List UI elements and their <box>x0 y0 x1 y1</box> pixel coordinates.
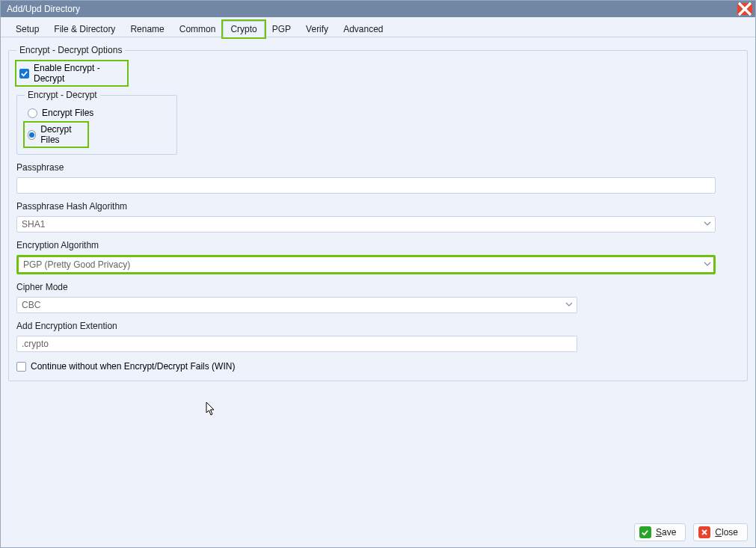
passphrase-input[interactable] <box>16 177 716 194</box>
encrypt-decrypt-radio-group: Encrypt - Decrypt Encrypt Files Decrypt … <box>16 90 177 155</box>
encryption-algo-select-wrap[interactable]: PGP (Pretty Good Privacy) <box>16 255 716 274</box>
dialog-window: Add/Upd Directory Setup File & Directory… <box>0 0 756 548</box>
tab-common[interactable]: Common <box>172 21 224 37</box>
dialog-footer: Save Close <box>1 517 755 547</box>
encrypt-decrypt-options-group: Encrypt - Decrypt Options Enable Encrypt… <box>8 45 748 381</box>
cipher-mode-select[interactable]: CBC <box>16 297 577 313</box>
encryption-algo-select[interactable]: PGP (Pretty Good Privacy) <box>16 255 716 274</box>
content-area: Encrypt - Decrypt Options Enable Encrypt… <box>1 37 755 517</box>
tab-advanced[interactable]: Advanced <box>336 21 390 37</box>
tab-verify[interactable]: Verify <box>298 21 336 37</box>
tabstrip: Setup File & Directory Rename Common Cry… <box>1 17 755 37</box>
tab-crypto[interactable]: Crypto <box>223 21 264 37</box>
continue-on-fail-row[interactable]: Continue without when Encrypt/Decrypt Fa… <box>16 360 740 373</box>
close-button-label: Close <box>715 527 738 538</box>
hash-algo-select[interactable]: SHA1 <box>16 216 716 233</box>
group-title: Encrypt - Decrypt Options <box>16 45 125 55</box>
enable-encrypt-decrypt-checkbox[interactable] <box>19 69 29 78</box>
extension-label: Add Encryption Extention <box>16 321 740 331</box>
enable-encrypt-decrypt-row[interactable]: Enable Encrypt - Decrypt <box>16 61 127 85</box>
passphrase-label: Passphrase <box>16 162 740 173</box>
check-icon <box>639 526 651 538</box>
decrypt-files-radio[interactable] <box>28 130 36 140</box>
tab-setup[interactable]: Setup <box>8 21 46 37</box>
encryption-algo-value: PGP (Pretty Good Privacy) <box>23 259 130 270</box>
tab-file-directory[interactable]: File & Directory <box>46 21 123 37</box>
radio-group-title: Encrypt - Decrypt <box>25 90 100 100</box>
cipher-mode-label: Cipher Mode <box>16 282 740 292</box>
close-icon <box>698 526 710 538</box>
encrypt-files-label: Encrypt Files <box>42 108 93 118</box>
tab-pgp[interactable]: PGP <box>265 21 298 37</box>
tab-rename[interactable]: Rename <box>123 21 171 37</box>
hash-algo-value: SHA1 <box>22 219 45 230</box>
encrypt-files-radio[interactable] <box>28 108 37 118</box>
cipher-mode-value: CBC <box>22 300 40 310</box>
save-button[interactable]: Save <box>634 523 686 541</box>
continue-on-fail-checkbox[interactable] <box>16 362 26 372</box>
save-button-label: Save <box>656 527 676 538</box>
window-close-button[interactable] <box>737 3 752 15</box>
decrypt-files-label: Decrypt Files <box>40 124 84 145</box>
encrypt-files-row[interactable]: Encrypt Files <box>25 106 169 120</box>
cursor-icon <box>206 401 218 416</box>
hash-algo-label: Passphrase Hash Algorithm <box>16 201 740 212</box>
hash-algo-select-wrap[interactable]: SHA1 <box>16 216 716 233</box>
decrypt-files-row[interactable]: Decrypt Files <box>25 123 87 147</box>
extension-input[interactable] <box>16 336 577 352</box>
cipher-mode-select-wrap[interactable]: CBC <box>16 297 577 313</box>
close-button[interactable]: Close <box>693 523 748 541</box>
encryption-algo-label: Encryption Algorithm <box>16 240 740 250</box>
continue-on-fail-label: Continue without when Encrypt/Decrypt Fa… <box>31 361 235 372</box>
titlebar: Add/Upd Directory <box>1 1 755 17</box>
enable-encrypt-decrypt-label: Enable Encrypt - Decrypt <box>34 63 124 84</box>
window-title: Add/Upd Directory <box>7 4 737 14</box>
